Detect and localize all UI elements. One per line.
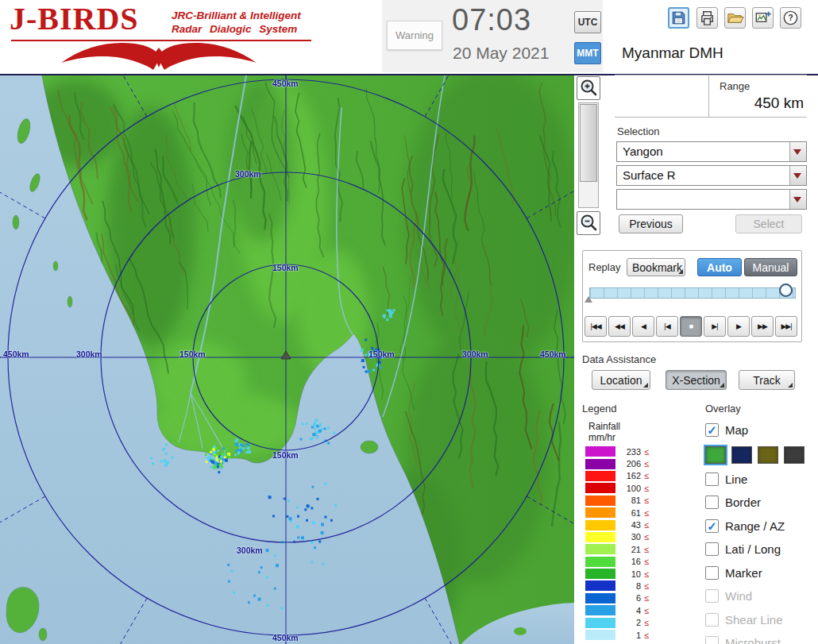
legend-color-swatch	[585, 446, 615, 457]
range-ring-label: 300km	[237, 546, 263, 555]
option-dropdown[interactable]	[616, 189, 807, 210]
overlay-item-map[interactable]: ✓Map	[705, 418, 818, 442]
bookmark-button[interactable]: Bookmark	[627, 258, 685, 276]
legend-row: 30≤	[585, 531, 649, 543]
zoom-in-button[interactable]	[577, 76, 600, 100]
timezone-mmt-button[interactable]: MMT	[574, 42, 601, 64]
legend-row: 16≤	[585, 556, 649, 568]
legend-value: 206	[619, 459, 641, 469]
legend-unit-line2: mm/hr	[588, 432, 620, 443]
warning-button[interactable]: Warning	[387, 21, 442, 50]
range-ring-label: 450km	[540, 349, 566, 359]
site-dropdown-value: Yangon	[617, 142, 789, 161]
playback-step-forward[interactable]: ▶|	[704, 316, 726, 337]
checkbox[interactable]	[705, 472, 719, 486]
dropdown-arrow-icon[interactable]	[789, 190, 806, 209]
range-ring-label: 300km	[235, 169, 261, 179]
legend-color-swatch	[585, 544, 615, 554]
open-folder-button[interactable]	[724, 7, 746, 29]
range-label: Range	[720, 80, 750, 92]
checkbox[interactable]	[705, 496, 719, 509]
overlay-item-border[interactable]: Border	[705, 491, 818, 515]
dropdown-arrow-icon[interactable]	[789, 142, 806, 161]
overlay-checkbox-list: ✓MapLineBorder✓Range / AZLati / LongMark…	[705, 418, 818, 644]
legend-unit-line1: Rainfall	[588, 421, 620, 432]
playback-play-reverse[interactable]: ◀	[632, 316, 654, 337]
previous-button[interactable]: Previous	[619, 214, 683, 233]
rainfall-legend: 233≤206≤162≤100≤81≤61≤43≤30≤21≤16≤10≤8≤6…	[585, 445, 649, 641]
legend-value: 2	[619, 618, 641, 627]
legend-value: 162	[619, 471, 641, 480]
question-mark-icon: ?	[781, 9, 800, 27]
legend-lte-symbol: ≤	[644, 447, 649, 457]
select-button[interactable]: Select	[735, 214, 802, 233]
product-dropdown[interactable]: Surface R	[616, 165, 807, 186]
product-dropdown-value: Surface R	[617, 166, 789, 185]
playback-step-back[interactable]: |◀	[656, 316, 678, 337]
dropdown-arrow-icon[interactable]	[789, 166, 806, 185]
x-section-button[interactable]: X-Section	[666, 370, 727, 390]
legend-lte-symbol: ≤	[644, 508, 649, 518]
overlay-item-range-az[interactable]: ✓Range / AZ	[705, 515, 818, 538]
overlay-item-marker[interactable]: Marker	[705, 561, 818, 585]
playback-play[interactable]: ▶	[727, 316, 750, 337]
checkbox[interactable]	[705, 566, 719, 580]
playback-fast-forward[interactable]: ▶▶	[751, 316, 774, 337]
checkbox[interactable]	[705, 636, 719, 644]
playback-skip-start[interactable]: |◀◀	[585, 316, 607, 337]
tagline-line2: Radar Dialogic System	[172, 22, 301, 36]
site-dropdown[interactable]: Yangon	[616, 141, 807, 162]
save-button[interactable]	[668, 7, 689, 29]
overlay-label: Wind	[725, 589, 752, 603]
legend-color-swatch	[585, 569, 615, 579]
checkbox[interactable]	[705, 613, 719, 627]
tagline-line1: JRC-Brilliant & Intelligent	[172, 9, 301, 22]
zoom-out-button[interactable]	[577, 211, 600, 235]
timezone-utc-button[interactable]: UTC	[574, 11, 601, 33]
legend-color-swatch	[585, 520, 615, 530]
legend-row: 21≤	[585, 543, 649, 555]
legend-lte-symbol: ≤	[644, 593, 649, 603]
legend-row: 8≤	[585, 580, 649, 592]
print-button[interactable]	[696, 7, 718, 29]
legend-value: 233	[619, 447, 641, 457]
overlay-item-wind[interactable]: Wind	[705, 584, 818, 608]
map-style-green[interactable]	[705, 446, 726, 464]
playback-rewind[interactable]: ◀◀	[608, 316, 631, 337]
legend-color-swatch	[585, 593, 615, 604]
auto-mode-button[interactable]: Auto	[697, 258, 742, 276]
legend-color-swatch	[585, 471, 615, 481]
help-button[interactable]: ?	[780, 7, 801, 29]
scrollbar-thumb[interactable]	[580, 104, 597, 182]
export-image-button[interactable]	[752, 7, 774, 29]
legend-value: 6	[619, 593, 641, 603]
overlay-item-lati-long[interactable]: Lati / Long	[705, 538, 818, 561]
track-button[interactable]: Track	[739, 370, 795, 390]
map-style-olive[interactable]	[758, 446, 778, 464]
checkbox[interactable]: ✓	[705, 519, 719, 533]
legend-value: 30	[619, 532, 641, 542]
map-zoom-scrollbar[interactable]	[578, 102, 599, 208]
timeline-thumb[interactable]	[779, 283, 793, 297]
replay-timeline-slider[interactable]	[589, 287, 796, 299]
map-style-dark[interactable]	[784, 446, 804, 464]
overlay-item-line[interactable]: Line	[705, 468, 818, 492]
range-ring-label: 150km	[272, 450, 299, 460]
playback-skip-end[interactable]: ▶▶|	[775, 316, 797, 337]
checkbox[interactable]	[705, 542, 719, 556]
location-button[interactable]: Location	[592, 370, 650, 390]
map-style-navy[interactable]	[731, 446, 752, 464]
manual-mode-button[interactable]: Manual	[744, 258, 797, 276]
playback-controls: |◀◀◀◀◀|◀■▶|▶▶▶▶▶|	[585, 316, 797, 337]
checkbox[interactable]: ✓	[705, 423, 719, 437]
playback-stop[interactable]: ■	[680, 316, 702, 337]
overlay-item-microburst[interactable]: Microburst	[705, 631, 818, 644]
legend-row: 1≤	[585, 629, 649, 641]
overlay-item-shear-line[interactable]: Shear Line	[705, 608, 818, 632]
print-icon	[698, 9, 716, 27]
station-name: Myanmar DMH	[622, 44, 723, 62]
checkbox[interactable]	[705, 589, 719, 603]
option-dropdown-value	[617, 190, 789, 209]
legend-unit: Rainfall mm/hr	[588, 421, 620, 443]
radar-map-display[interactable]: 450km300km150km450km300km150km150km300km…	[0, 74, 574, 644]
